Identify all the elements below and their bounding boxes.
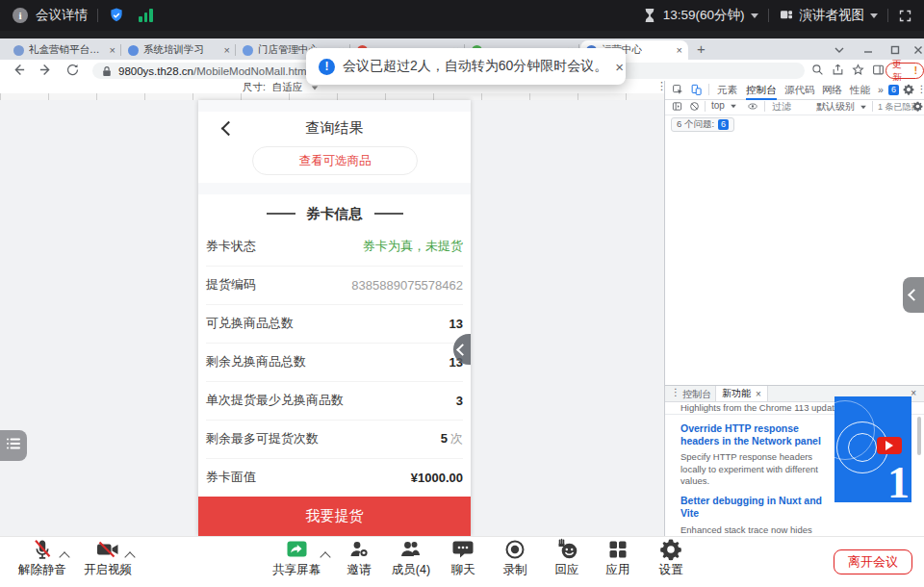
row-card-status: 券卡状态 券卡为真，未提货 <box>206 227 463 267</box>
play-icon <box>877 437 902 454</box>
right-edge-panel-handle[interactable] <box>903 277 924 313</box>
device-mode-dropdown-icon[interactable] <box>312 87 318 90</box>
console-settings-icon[interactable] <box>912 101 923 114</box>
devtools-tab-console[interactable]: 控制台 <box>746 81 777 100</box>
card-info-title: 券卡信息 <box>198 202 471 225</box>
side-panel-icon[interactable] <box>872 63 885 80</box>
toast-info-icon: ! <box>319 59 335 75</box>
console-clear-button[interactable] <box>689 101 700 114</box>
meeting-toast: ! 会议已超过2人，自动转为60分钟限时会议。 × <box>306 48 626 85</box>
chevron-left-icon <box>908 289 920 301</box>
toast-close-icon[interactable]: × <box>615 59 624 75</box>
new-tab-button[interactable]: + <box>697 42 706 56</box>
whats-new-link[interactable]: Better debugging in Nuxt and Vite <box>680 495 827 520</box>
tab-close-icon[interactable]: × <box>106 44 116 56</box>
card-info-section: 券卡信息 券卡状态 券卡为真，未提货 提货编码 8385889075578462… <box>198 194 471 497</box>
zoom-icon[interactable] <box>811 63 824 80</box>
start-video-button[interactable]: 开启视频 <box>71 538 144 584</box>
whats-new-drawer: ⋮ 控制台 新功能 × × Highlights from the Chrome… <box>665 385 924 537</box>
bookmark-star-icon[interactable] <box>852 63 864 80</box>
devtools-tab-elements[interactable]: 元素 <box>717 81 737 98</box>
view-products-button[interactable]: 查看可选商品 <box>252 146 418 175</box>
list-icon <box>6 437 21 454</box>
drawer-scrollbar[interactable] <box>917 417 921 455</box>
drawer-more-icon[interactable]: ⋮ <box>671 387 680 397</box>
signal-strength-icon <box>139 9 153 22</box>
row-pickup-code: 提货编码 8385889075578462 <box>206 266 463 305</box>
whats-new-video-thumbnail[interactable]: 1 <box>834 396 911 502</box>
browser-frame-top <box>0 31 924 38</box>
console-toolbar: top 默认级别 1 条已隐藏 <box>665 99 924 115</box>
devtools-tab-sources[interactable]: 源代码 <box>784 81 815 98</box>
camera-off-icon <box>95 538 120 561</box>
gear-icon <box>659 538 682 561</box>
devtools-settings-icon[interactable] <box>903 84 914 97</box>
share-icon[interactable] <box>832 63 844 80</box>
back-button[interactable] <box>12 63 26 81</box>
screen: i 会议详情 13:59(60分钟) 演讲者视图 <box>0 0 924 587</box>
chevron-left-icon <box>456 344 469 356</box>
window-maximize-button[interactable] <box>889 42 903 56</box>
issues-chip[interactable]: 6 个问题: 6 <box>671 117 734 132</box>
apps-grid-icon <box>606 538 629 561</box>
issues-chip-badge: 6 <box>718 119 729 130</box>
microphone-muted-icon <box>31 538 54 561</box>
drawer-tab-console[interactable]: 控制台 <box>682 388 711 401</box>
update-alert-icon: ! <box>914 65 917 76</box>
console-sidebar-icon[interactable] <box>672 101 682 114</box>
card-status-value: 券卡为真，未提货 <box>363 238 463 255</box>
pickup-code-value: 8385889075578462 <box>351 278 463 293</box>
settings-button[interactable]: 设置 <box>634 538 707 584</box>
tab-close-icon[interactable]: × <box>673 44 682 56</box>
more-tabs-icon[interactable]: » <box>878 81 884 98</box>
tab-gift-platform[interactable]: 礼盒营销平台管理中心 × <box>8 40 121 60</box>
meeting-top-bar: i 会议详情 13:59(60分钟) 演讲者视图 <box>0 0 924 31</box>
floating-list-button[interactable] <box>0 430 27 461</box>
invite-person-icon <box>347 538 371 561</box>
console-context-selector[interactable]: top <box>711 100 737 111</box>
devtools-inspect-button[interactable] <box>672 84 684 98</box>
pickup-submit-button[interactable]: 我要提货 <box>198 497 471 536</box>
mobile-page-title: 查询结果 <box>306 119 364 138</box>
fullscreen-button[interactable] <box>898 9 912 23</box>
meeting-details-button[interactable]: i 会议详情 <box>13 7 88 24</box>
share-screen-icon <box>285 538 309 561</box>
window-minimize-button[interactable] <box>862 42 876 56</box>
record-icon <box>503 538 526 561</box>
reload-button[interactable] <box>65 63 80 81</box>
whats-new-link[interactable]: Override HTTP response headers in the Ne… <box>680 422 827 447</box>
timer-dropdown-icon[interactable] <box>751 13 758 18</box>
drawer-tab-close-icon[interactable]: × <box>756 389 761 399</box>
console-filter-input[interactable] <box>770 100 816 113</box>
live-expression-eye-icon[interactable] <box>747 101 758 114</box>
issues-count-badge[interactable]: 6 <box>888 85 899 95</box>
view-mode-button[interactable]: 演讲者视图 <box>800 7 865 24</box>
tab-training[interactable]: 系统培训学习 × <box>122 40 236 60</box>
window-close-button[interactable] <box>912 42 924 56</box>
toast-text: 会议已超过2人，自动转为60分钟限时会议。 <box>343 58 607 75</box>
unmute-button[interactable]: 解除静音 <box>6 538 79 584</box>
view-mode-icon <box>779 8 794 23</box>
device-mode-select[interactable]: 自适应 <box>272 81 303 92</box>
devtools-tab-network[interactable]: 网络 <box>822 81 842 98</box>
devtools-tab-performance[interactable]: 性能 <box>850 81 870 98</box>
drawer-tab-whats-new[interactable]: 新功能 × <box>715 386 768 401</box>
site-lock-icon <box>102 65 112 77</box>
window-menu-icon[interactable] <box>834 42 847 56</box>
mobile-back-button[interactable] <box>221 120 237 136</box>
tab-close-icon[interactable]: × <box>220 44 230 56</box>
hourglass-icon <box>643 8 656 23</box>
tab-favicon <box>243 45 253 56</box>
encryption-shield-icon[interactable] <box>108 7 125 24</box>
device-toggle-button[interactable] <box>690 84 703 98</box>
leave-meeting-button[interactable]: 离开会议 <box>834 549 912 574</box>
thumbnail-number: 1 <box>887 457 910 502</box>
forward-button[interactable] <box>38 63 53 81</box>
drawer-close-icon[interactable]: × <box>911 388 916 398</box>
log-level-selector[interactable]: 默认级别 <box>816 100 867 114</box>
row-min-per-pickup: 单次提货最少兑换商品数 3 <box>206 381 463 421</box>
devtools-more-icon[interactable]: ⋮ <box>916 83 924 94</box>
update-button[interactable]: 更新 ! <box>886 63 924 79</box>
view-dropdown-icon[interactable] <box>870 13 878 18</box>
row-remaining-products: 剩余兑换商品总数 13 <box>206 343 463 382</box>
